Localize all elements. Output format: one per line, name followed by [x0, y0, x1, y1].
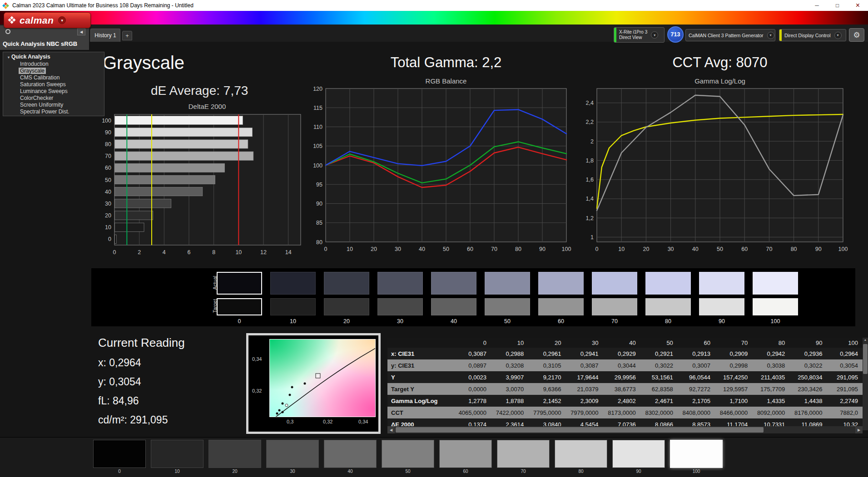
vscroll-thumb[interactable] — [863, 344, 868, 374]
table-cell: 2,4802 — [603, 395, 640, 407]
measurement-point — [281, 403, 283, 405]
meter-dropdown[interactable]: X-Rite i1Pro 3 Direct View ▾ — [614, 27, 665, 43]
svg-text:90: 90 — [539, 246, 546, 252]
table-row-gamma-log-log: Gamma Log/Log1,27781,87882,14522,30092,4… — [387, 395, 863, 407]
scroll-up-icon[interactable]: ▲ — [863, 338, 868, 341]
close-button[interactable]: × — [848, 0, 868, 11]
sidebar-item-screen-uniformity[interactable]: Screen Uniformity — [3, 102, 104, 108]
table-cell: 0,3038 — [752, 359, 789, 371]
table-column-header: 70 — [715, 338, 752, 348]
display-status-bar — [779, 30, 782, 41]
sidebar-item-saturation-sweeps[interactable]: Saturation Sweeps — [3, 81, 104, 88]
table-cell: 0,2921 — [640, 348, 678, 359]
display-control-dropdown[interactable]: Direct Display Control ▾ — [779, 29, 846, 41]
source-dropdown[interactable]: CalMAN Client 3 Pattern Generator ▾ — [685, 29, 775, 41]
sidebar-item-colorchecker[interactable]: ColorChecker — [3, 95, 104, 102]
pattern-color — [151, 440, 203, 468]
cie-y-label-032: 0,32 — [252, 388, 262, 393]
pattern-swatch-0[interactable]: 0 — [93, 440, 146, 474]
pattern-color — [439, 440, 492, 468]
pattern-color — [555, 440, 607, 468]
table-cell: 0,2942 — [752, 348, 789, 359]
scroll-right-icon[interactable]: ▶ — [855, 426, 863, 433]
pattern-level-label: 20 — [232, 469, 237, 474]
pattern-swatch-40[interactable]: 40 — [324, 440, 377, 474]
measurement-point — [276, 413, 278, 415]
sidebar-item-cms-calibration[interactable]: CMS Calibration — [3, 74, 104, 81]
table-cell: 9,2170 — [528, 371, 565, 383]
actual-swatch-90 — [699, 272, 744, 295]
table-cell: 62,8358 — [640, 383, 678, 395]
pattern-swatch-80[interactable]: 80 — [555, 440, 607, 474]
current-reading-title: Current Reading — [98, 336, 185, 350]
svg-text:6: 6 — [188, 249, 191, 256]
target-swatch-40 — [431, 298, 476, 315]
sidebar-item-label: CMS Calibration — [19, 74, 61, 81]
add-tab-button[interactable]: + — [122, 31, 132, 40]
minimize-button[interactable]: ─ — [807, 0, 827, 11]
gamma-chart-title: Gamma Log/Log — [597, 77, 843, 85]
hscroll-thumb[interactable] — [396, 427, 764, 433]
table-column-header: 60 — [678, 338, 715, 348]
table-cell: 129,5957 — [715, 383, 752, 395]
svg-text:90: 90 — [815, 246, 822, 252]
svg-text:95: 95 — [316, 182, 322, 188]
svg-text:105: 105 — [313, 143, 322, 149]
pattern-swatch-100[interactable]: 100 — [670, 440, 723, 474]
pattern-swatch-60[interactable]: 60 — [439, 440, 492, 474]
deltae-chart-title: DeltaE 2000 — [114, 103, 301, 110]
pattern-swatch-50[interactable]: 50 — [382, 440, 434, 474]
sidebar-item-label: Spectral Power Dist. — [19, 108, 71, 115]
pattern-color — [93, 440, 146, 468]
tab-history-1[interactable]: History 1 — [90, 29, 120, 42]
target-swatch-80 — [645, 298, 691, 315]
svg-text:10: 10 — [618, 246, 625, 252]
table-cell: 291,095 — [827, 371, 863, 383]
target-swatch-70 — [592, 298, 637, 315]
table-cell: 157,4250 — [715, 371, 752, 383]
svg-text:2,2: 2,2 — [586, 119, 594, 125]
collapse-panel-button[interactable]: ◀ — [77, 28, 85, 35]
scroll-left-icon[interactable]: ◀ — [387, 426, 395, 433]
sidebar-item-luminance-sweeps[interactable]: Luminance Sweeps — [3, 88, 104, 95]
meter-name: X-Rite i1Pro 3 — [619, 30, 647, 35]
calman-menu-button[interactable]: calman ▾ — [4, 12, 91, 28]
tree-root[interactable]: ▾Quick Analysis — [3, 54, 104, 61]
reading-cdm2: cd/m²: 291,095 — [98, 414, 168, 426]
settings-button[interactable]: ⚙ — [849, 28, 864, 42]
svg-text:2: 2 — [590, 138, 594, 145]
svg-text:60: 60 — [105, 165, 111, 171]
svg-text:40: 40 — [692, 246, 699, 252]
cie-x-label-03: 0,3 — [287, 419, 293, 424]
svg-text:0: 0 — [108, 236, 111, 242]
svg-text:100: 100 — [838, 246, 848, 252]
pattern-swatch-70[interactable]: 70 — [497, 440, 550, 474]
pattern-swatch-90[interactable]: 90 — [612, 440, 665, 474]
svg-text:4: 4 — [163, 249, 166, 256]
gamma-loglog-chart: 010203040506070809010011,21,41,61,822,22… — [578, 85, 850, 256]
maximize-button[interactable]: □ — [827, 0, 848, 11]
workflow-title: Quick Analysis NBC sRGB — [3, 40, 77, 47]
pattern-color — [208, 440, 261, 468]
sidebar-item-grayscale[interactable]: Grayscale — [3, 68, 104, 74]
table-cell: 1,7100 — [715, 395, 752, 407]
target-swatch-20 — [324, 298, 369, 315]
table-horizontal-scrollbar[interactable]: ◀ ▶ — [387, 426, 863, 433]
luminance-badge: 713 — [667, 26, 684, 43]
pattern-level-label: 30 — [290, 469, 295, 474]
sidebar-item-introduction[interactable]: Introduction — [3, 61, 104, 68]
target-swatch-90 — [699, 298, 744, 315]
table-vertical-scrollbar[interactable]: ▲ — [863, 338, 868, 430]
cie-x-label-032: 0,32 — [323, 419, 332, 424]
table-cell: 17,9644 — [565, 371, 603, 383]
chevron-down-icon: ▾ — [651, 31, 658, 39]
table-cell: 0,0023 — [454, 371, 491, 383]
pattern-swatch-20[interactable]: 20 — [208, 440, 261, 474]
table-cell: 1,2778 — [454, 395, 491, 407]
pattern-swatch-10[interactable]: 10 — [151, 440, 203, 474]
pattern-swatch-30[interactable]: 30 — [266, 440, 319, 474]
sidebar-item-spectral-power-dist[interactable]: Spectral Power Dist. — [3, 108, 104, 115]
svg-text:1,4: 1,4 — [586, 196, 594, 202]
svg-text:20: 20 — [643, 246, 649, 252]
svg-text:80: 80 — [791, 246, 797, 252]
